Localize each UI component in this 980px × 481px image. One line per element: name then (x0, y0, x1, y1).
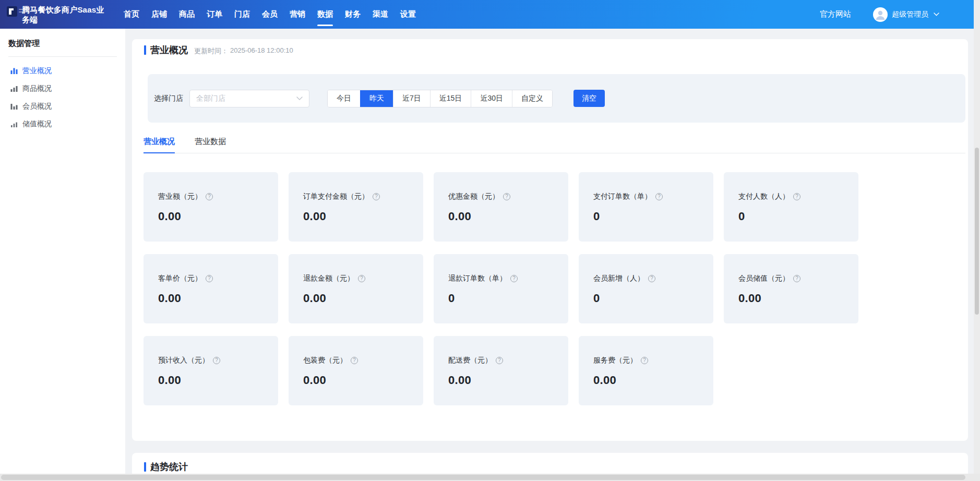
main-nav: 首页 店铺 商品 订单 门店 会员 营销 数据 财务 渠道 设置 (124, 0, 416, 29)
chevron-down-icon (296, 97, 303, 101)
bar-chart-icon (10, 121, 18, 128)
stat-value: 0.00 (738, 292, 858, 305)
clear-button[interactable]: 清空 (573, 90, 605, 107)
stat-value: 0.00 (593, 374, 713, 387)
brand-title: 腾马餐饮多商户Saas业务端 (22, 5, 112, 25)
nav-item-settings[interactable]: 设置 (400, 0, 416, 29)
help-icon[interactable] (351, 357, 358, 364)
help-icon[interactable] (206, 193, 213, 200)
stat-card: 会员储值（元） 0.00 (724, 254, 858, 323)
user-menu[interactable]: 超级管理员 (873, 7, 939, 22)
nav-item-shop[interactable]: 店铺 (151, 0, 167, 29)
range-7d-button[interactable]: 近7日 (393, 90, 430, 107)
horizontal-scrollbar-thumb[interactable] (1, 475, 965, 480)
stat-value: 0.00 (303, 210, 423, 223)
stat-card: 退款金额（元） 0.00 (289, 254, 423, 323)
stat-value: 0.00 (303, 292, 423, 305)
nav-item-stores[interactable]: 门店 (234, 0, 250, 29)
nav-item-orders[interactable]: 订单 (207, 0, 222, 29)
nav-item-channels[interactable]: 渠道 (373, 0, 388, 29)
nav-item-home[interactable]: 首页 (124, 0, 139, 29)
stat-label: 包装费（元） (303, 356, 347, 365)
stat-label: 预计收入（元） (158, 356, 209, 365)
nav-item-goods[interactable]: 商品 (179, 0, 195, 29)
stat-label: 退款金额（元） (303, 274, 354, 283)
help-icon[interactable] (793, 193, 800, 200)
range-today-button[interactable]: 今日 (328, 90, 360, 107)
help-icon[interactable] (793, 275, 800, 282)
nav-item-data[interactable]: 数据 (317, 0, 333, 29)
date-range-group: 今日 昨天 近7日 近15日 近30日 自定义 (327, 90, 553, 107)
stat-card: 退款订单数（单） 0 (434, 254, 568, 323)
stat-card: 配送费（元） 0.00 (434, 336, 568, 405)
title-accent-bar (144, 462, 146, 472)
updated-time-label: 更新时间： (194, 46, 228, 56)
stat-value: 0.00 (158, 374, 278, 387)
title-accent-bar (144, 45, 146, 55)
navbar-right: 官方网站 超级管理员 (820, 7, 974, 22)
range-15d-button[interactable]: 近15日 (430, 90, 471, 107)
app-logo-icon (7, 6, 17, 17)
nav-item-members[interactable]: 会员 (262, 0, 278, 29)
help-icon[interactable] (648, 275, 655, 282)
help-icon[interactable] (206, 275, 213, 282)
range-yesterday-button[interactable]: 昨天 (360, 90, 393, 107)
sidebar-item-label: 储值概况 (22, 119, 52, 129)
page-title: 营业概况 (150, 44, 188, 56)
help-icon[interactable] (213, 357, 220, 364)
official-site-link[interactable]: 官方网站 (820, 9, 851, 19)
stat-label: 营业额（元） (158, 192, 202, 201)
stat-card: 支付人数（人） 0 (724, 172, 858, 242)
stat-value: 0.00 (448, 374, 568, 387)
nav-item-finance[interactable]: 财务 (345, 0, 361, 29)
stat-label: 服务费（元） (593, 356, 637, 365)
range-custom-button[interactable]: 自定义 (512, 90, 552, 107)
tab-business-data[interactable]: 营业数据 (195, 137, 226, 153)
stat-value: 0.00 (158, 292, 278, 305)
vertical-scrollbar[interactable] (974, 0, 980, 481)
stat-label: 客单价（元） (158, 274, 202, 283)
stat-label: 优惠金额（元） (448, 192, 499, 201)
help-icon[interactable] (503, 193, 510, 200)
section-header: 趋势统计 (132, 453, 968, 473)
stat-card: 客单价（元） 0.00 (144, 254, 278, 323)
help-icon[interactable] (358, 275, 365, 282)
help-icon[interactable] (496, 357, 503, 364)
sidebar-item-label: 商品概况 (22, 84, 52, 93)
stat-card: 支付订单数（单） 0 (579, 172, 713, 242)
stat-value: 0 (593, 292, 713, 305)
store-select-label: 选择门店 (154, 94, 183, 103)
vertical-scrollbar-thumb[interactable] (975, 148, 979, 315)
divider (8, 56, 117, 57)
help-icon[interactable] (655, 193, 663, 200)
stat-value: 0 (593, 210, 713, 223)
stat-label: 支付人数（人） (738, 192, 790, 201)
bar-chart-icon (10, 85, 18, 92)
brand: 腾马餐饮多商户Saas业务端 (0, 5, 124, 25)
filter-bar: 选择门店 全部门店 今日 昨天 近7日 近15日 近30日 自定义 清空 (148, 74, 965, 123)
stat-card: 营业额（元） 0.00 (144, 172, 278, 242)
sidebar-item-member-overview[interactable]: 会员概况 (0, 98, 125, 115)
sidebar-item-business-overview[interactable]: 营业概况 (0, 62, 125, 80)
bar-chart-icon (10, 67, 18, 75)
app-screen: 腾马餐饮多商户Saas业务端 首页 店铺 商品 订单 门店 会员 营销 数据 财… (0, 0, 980, 481)
stat-value: 0.00 (158, 210, 278, 223)
avatar (873, 7, 888, 22)
tab-business-overview[interactable]: 营业概况 (144, 137, 175, 153)
sidebar-item-goods-overview[interactable]: 商品概况 (0, 80, 125, 98)
stat-label: 配送费（元） (448, 356, 492, 365)
nav-item-marketing[interactable]: 营销 (290, 0, 305, 29)
help-icon[interactable] (373, 193, 380, 200)
updated-time-value: 2025-06-18 12:00:10 (230, 46, 293, 56)
stat-label: 会员新增（人） (593, 274, 644, 283)
user-name: 超级管理员 (892, 10, 928, 19)
range-30d-button[interactable]: 近30日 (471, 90, 512, 107)
stat-value: 0 (738, 210, 858, 223)
horizontal-scrollbar[interactable] (0, 474, 980, 481)
help-icon[interactable] (641, 357, 648, 364)
sidebar-item-stored-value-overview[interactable]: 储值概况 (0, 115, 125, 133)
help-icon[interactable] (510, 275, 518, 282)
store-select[interactable]: 全部门店 (189, 90, 309, 107)
sidebar-item-label: 会员概况 (22, 102, 52, 111)
sidebar-title: 数据管理 (0, 29, 125, 56)
